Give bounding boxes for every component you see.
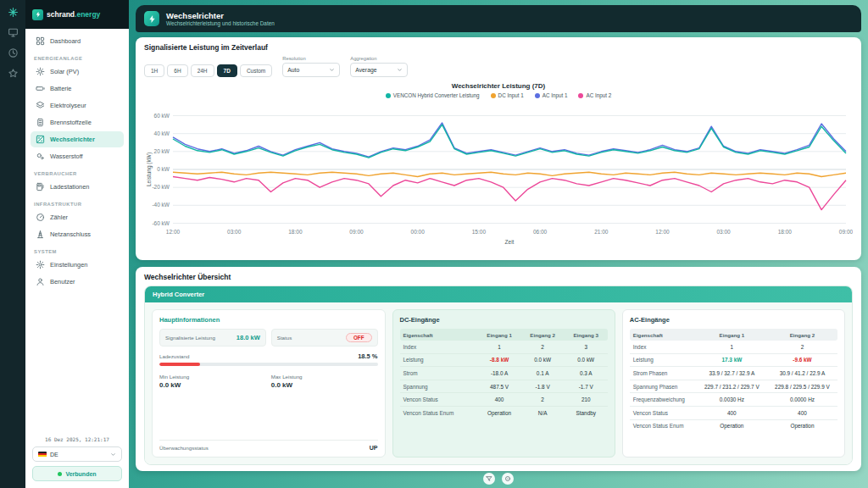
status-badge: OFF [346,333,372,342]
page-header: Wechselrichter Wechselrichterleistung un… [136,5,861,32]
star-icon[interactable] [8,68,19,79]
row-label: Vencon Status [400,393,478,407]
column-header: Eingang 2 [767,329,837,341]
nav-section-label: SYSTEM [34,249,120,254]
locate-button[interactable] [502,473,514,485]
legend-label: AC Input 2 [586,92,611,98]
language-select[interactable]: DE [32,446,122,462]
status-field: Status OFF [271,329,378,347]
brand-logo[interactable]: schrand.energy [25,0,129,29]
legend-item[interactable]: AC Input 1 [535,92,568,98]
power-line-chart[interactable]: 60 kW40 kW20 kW0 kW-20 kW-40 kW-60 kW12:… [144,100,853,257]
sidebar-item-label: Wasserstoff [50,152,83,160]
sidebar: schrand.energy DashboardENERGIEANLAGESol… [25,0,129,488]
cell-value: N/A [521,406,565,419]
max-power-label: Max Leistung [271,374,378,380]
cell-value: 0.0030 Hz [697,393,767,407]
range-button-24h[interactable]: 24H [191,64,214,77]
watch-status-value: UP [370,445,378,451]
legend-item[interactable]: DC Input 1 [491,92,524,98]
svg-text:40 kW: 40 kW [154,130,170,136]
monitor-icon[interactable] [8,27,19,38]
dashboard-icon [36,36,45,46]
chart-controls: 1H6H24H7DCustom Resolution Auto Aggregat… [144,56,853,77]
aggregation-value: Average [355,67,376,73]
signal-power-field: Signalisierte Leistung 18.0 kW [159,329,266,347]
table-row: Strom Phasen33.9 / 32.7 / 32.9 A30.9 / 4… [630,367,837,380]
cell-value: Operation [697,419,767,432]
connection-status[interactable]: Verbunden [32,466,122,481]
svg-text:09:00: 09:00 [349,229,364,235]
sidebar-item-brennstoffzelle[interactable]: Brennstoffzelle [31,114,124,130]
brand-name: schrand.energy [47,10,100,19]
row-label: Vencon Status [630,406,697,419]
sidebar-item-z-hler[interactable]: Zähler [31,209,124,225]
sidebar-item-solar-pv[interactable]: Solar (PV) [31,64,124,80]
svg-text:12:00: 12:00 [166,229,181,235]
svg-text:18:00: 18:00 [778,229,793,235]
watch-status-row: Überwachungsstatus UP [159,440,378,451]
legend-item[interactable]: VENCON Hybrid Converter Leistung [386,92,480,98]
user-icon [36,277,45,286]
table-row: Vencon Status4002210 [400,393,608,407]
sidebar-item-dashboard[interactable]: Dashboard [31,33,124,49]
cell-value: 30.9 / 41.2 / 22.9 A [767,367,837,380]
sidebar-item-label: Einstellungen [50,261,87,269]
svg-text:Zeit: Zeit [505,239,515,245]
range-button-7d[interactable]: 7D [217,64,237,77]
brand-name-primary: schrand [47,10,75,19]
clock-icon[interactable] [8,47,19,58]
chart-area[interactable]: 60 kW40 kW20 kW0 kW-20 kW-40 kW-60 kW12:… [144,100,853,257]
table-row: Spannung Phasen229.7 / 231.2 / 229.7 V22… [630,380,837,393]
legend-label: VENCON Hybrid Converter Leistung [393,92,480,98]
main-content: Wechselrichter Wechselrichterleistung un… [129,0,868,488]
range-button-6h[interactable]: 6H [167,64,187,77]
range-button-custom[interactable]: Custom [240,64,272,77]
main-info-fields: Signalisierte Leistung 18.0 kW Status OF… [159,329,378,347]
row-label: Leistung [630,353,697,367]
sidebar-item-wasserstoff[interactable]: Wasserstoff [31,148,124,164]
chevron-down-icon [110,452,116,458]
charger-icon [36,182,45,191]
cell-value: Standby [565,406,608,419]
max-power-value: 0.0 kW [271,381,378,389]
aggregation-select[interactable]: Average [350,63,408,77]
time-range-group: 1H6H24H7DCustom [144,64,272,77]
sidebar-item-label: Benutzer [50,278,75,286]
table-row: Index12 [630,341,837,353]
spark-icon[interactable] [8,7,19,18]
legend-item[interactable]: AC Input 2 [578,92,611,98]
cell-value: 400 [697,406,767,419]
table-row: Index123 [400,341,608,353]
main-info-title: Hauptinformationen [159,316,378,324]
resolution-select[interactable]: Auto [282,63,340,77]
sidebar-item-einstellungen[interactable]: Einstellungen [31,257,124,273]
clock-timestamp: 16 Dez 2025, 12:21:17 [32,436,122,442]
range-button-1h[interactable]: 1H [144,64,164,77]
column-header: Eingang 1 [478,329,521,341]
cell-value: 0.0000 Hz [767,393,837,407]
row-label: Index [400,341,478,353]
gridconn-icon [36,230,45,239]
cell-value: 1 [478,341,521,353]
cell-value: Operation [478,406,521,419]
min-power-field: Min Leistung 0.0 kW [159,374,266,389]
svg-text:-60 kW: -60 kW [152,220,170,226]
svg-text:15:00: 15:00 [472,229,487,235]
resolution-label: Resolution [282,56,340,61]
svg-text:0 kW: 0 kW [157,166,170,172]
overview-card: Wechselrichter Übersicht Hybrid Converte… [136,267,861,471]
sidebar-item-benutzer[interactable]: Benutzer [31,274,124,290]
soc-progress-track [159,363,378,366]
sidebar-item-netzanschluss[interactable]: Netzanschluss [31,226,124,242]
filter-button[interactable] [483,473,495,485]
sidebar-item-ladestationen[interactable]: Ladestationen [31,179,124,195]
device-name-tab[interactable]: Hybrid Converter [145,286,852,302]
sidebar-item-wechselrichter[interactable]: Wechselrichter [31,131,124,147]
sidebar-item-batterie[interactable]: Batterie [31,80,124,97]
svg-text:60 kW: 60 kW [154,113,170,119]
sidebar-item-elektrolyseur[interactable]: Elektrolyseur [31,97,124,114]
inverter-bolt-icon [144,11,159,26]
ac-table-host: EigenschaftEingang 1Eingang 2Index12Leis… [630,329,837,432]
table-row: Vencon Status EnumOperationN/AStandby [400,406,608,419]
